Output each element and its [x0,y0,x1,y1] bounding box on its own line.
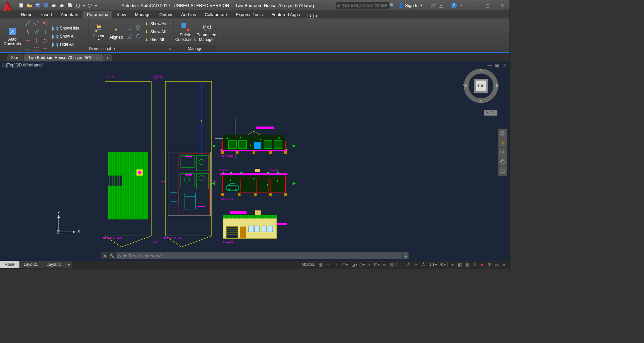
qat-new-icon[interactable] [18,2,25,9]
drawing-viewport[interactable]: [–][Top][2D Wireframe] — ▣ ✕ A.C-M. [0,61,509,261]
sb-quickprops-icon[interactable]: ▦ [464,261,471,267]
fix-icon[interactable] [24,28,32,36]
parallel-icon[interactable] [33,28,41,36]
wcs-badge[interactable]: WCS [484,110,497,116]
geo-hideall-button[interactable]: [◫]Hide All [51,41,81,48]
qat-redo-drop-icon[interactable]: ▾ [94,2,98,9]
sb-hw-icon[interactable]: ⊞ [486,261,493,267]
cmd-customize-icon[interactable]: 🔧 [108,252,116,259]
sb-lineweight-icon[interactable]: ≡ [381,261,388,267]
qat-save-icon[interactable] [34,2,41,9]
command-input[interactable]: ▷_▾Type a command [116,252,403,259]
tab-annotate[interactable]: Annotate [56,11,83,18]
sb-scale[interactable]: 1:1▾ [428,262,439,267]
sb-units-icon[interactable]: ◧ [457,261,463,267]
zoom-extents-icon[interactable] [498,148,507,157]
dir-s[interactable]: S [479,99,482,104]
dim-angular-icon[interactable] [125,32,133,40]
qat-saveas-icon[interactable] [42,2,49,9]
steering-wheel-icon[interactable] [498,129,507,138]
auto-constrain-button[interactable]: Auto Constrain [2,24,22,48]
app-store-icon[interactable]: ◬ [439,3,443,8]
panel-launcher-icon[interactable]: ↘ [168,46,173,51]
vp-minimize-icon[interactable]: — [487,63,493,67]
sb-selection-cycling-icon[interactable]: ⬚ [398,261,405,267]
smooth-icon[interactable] [24,45,32,53]
close-button[interactable]: ✕ [495,1,509,10]
linear-button[interactable]: Linear▼ [91,20,107,44]
tab-featured-apps[interactable]: Featured Apps [267,11,304,18]
tab-insert[interactable]: Insert [37,11,57,18]
tangent-icon[interactable] [41,37,49,45]
vp-maximize-icon[interactable]: ▣ [494,63,500,67]
tab-home[interactable]: Home [16,11,37,18]
concentric-icon[interactable] [41,19,49,27]
signin-button[interactable]: 👤 Sign In ▼ [398,3,423,8]
qat-undo-drop-icon[interactable]: ▾ [82,2,86,9]
sb-iso-icon[interactable]: ◢▾ [352,261,358,267]
qat-plot-icon[interactable] [66,2,73,9]
sb-3dosnap-icon[interactable]: ∠ [366,261,373,267]
sb-customize-icon[interactable]: ≡ [501,261,507,267]
layout-tab-layout1[interactable]: Layout1 [20,261,43,268]
sb-lock-icon[interactable]: 🖥 [471,261,478,267]
tab-close-icon[interactable]: ✕ [95,55,99,60]
symmetric-icon[interactable] [33,45,41,53]
tab-view[interactable]: View [112,11,130,18]
qat-cloud-save-icon[interactable] [58,2,65,9]
cart-icon[interactable]: 🛒 [431,3,436,8]
parameters-manager-button[interactable]: f(x) Parameters Manager [197,20,217,44]
sb-isolate-icon[interactable]: ● [479,261,485,267]
tab-parametric[interactable]: Parametric [83,11,112,18]
dim-horizontal-icon[interactable] [125,23,133,32]
search-input[interactable] [341,3,388,8]
equal-icon[interactable] [41,45,49,53]
delete-constraints-button[interactable]: Delete Constraints [175,20,196,44]
vertical-icon[interactable] [33,37,41,45]
qat-redo-icon[interactable] [86,2,94,9]
pan-icon[interactable] [498,138,507,148]
aligned-button[interactable]: Aligned [108,20,124,44]
sb-model[interactable]: MODEL [300,262,317,267]
sb-otrack-icon[interactable]: ⊞▾ [374,261,380,267]
tab-express-tools[interactable]: Express Tools [231,11,267,18]
infocenter-search[interactable]: ▶ [336,2,389,9]
dir-e[interactable]: E [496,83,499,88]
help-icon[interactable]: ? [451,2,457,8]
search-icon[interactable]: 🔍 [389,3,395,8]
layout-add-button[interactable]: + [65,261,72,268]
tab-output[interactable]: Output [155,11,177,18]
minimize-button[interactable]: ─ [465,1,480,10]
new-tab-button[interactable]: + [103,54,112,61]
sb-workspace-icon[interactable]: ⚙▾ [439,261,446,267]
vp-close-icon[interactable]: ✕ [501,63,507,67]
navcube-face[interactable]: TOP [475,80,487,92]
sb-transparency-icon[interactable]: ▤ [388,261,395,267]
dim-radius-icon[interactable] [134,23,142,32]
qat-open-icon[interactable] [26,2,33,9]
tab-collaborate[interactable]: Collaborate [200,11,231,18]
filetab-current[interactable]: Two-Bedroom-House-70-sq.m-9510✕ [24,54,102,61]
dim-hideall-button[interactable]: ⬍Hide All [144,36,171,44]
sb-clean-icon[interactable]: ▭ [493,261,500,267]
collinear-icon[interactable] [33,19,41,27]
dim-diameter-icon[interactable] [134,32,142,40]
sb-ortho-icon[interactable]: ∟ [334,261,341,267]
horizontal-icon[interactable] [24,37,32,45]
share-button[interactable]: ▼ [308,14,318,18]
tab-addins[interactable]: Add-ins [177,11,200,18]
tab-manage[interactable]: Manage [130,11,155,18]
orbit-icon[interactable] [498,157,507,166]
dir-w[interactable]: W [463,83,467,88]
sb-snap-icon[interactable]: ┼ [325,261,331,267]
geo-showall-button[interactable]: [◫]Show All [51,33,81,40]
showmotion-icon[interactable] [498,166,507,176]
maximize-button[interactable]: ▢ [480,1,495,10]
sb-monitor-icon[interactable]: + [449,261,456,267]
navcube[interactable]: TOP N S W E [463,67,499,104]
sb-osnap-icon[interactable]: ◻▾ [359,261,366,267]
sb-grid-icon[interactable]: ▦ [317,261,324,267]
dim-showall-button[interactable]: ⬍Show All [144,28,171,36]
perpendicular-icon[interactable] [41,28,49,36]
dir-n[interactable]: N [479,67,482,72]
